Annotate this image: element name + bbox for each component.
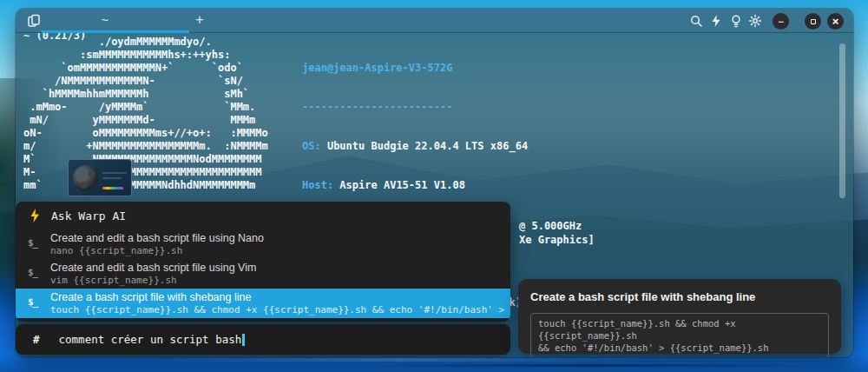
shell-command-icon: $_	[28, 267, 37, 278]
warp-ai-bolt-icon	[30, 209, 41, 223]
shell-command-icon: $_	[28, 237, 37, 249]
wallpaper-water-streak	[156, 358, 642, 362]
thumbnail-text-line	[102, 177, 122, 179]
terminal-window: ~ (0.21/3) ./oydmMMMMMMmdyo/. :smMMMMMMM…	[16, 9, 853, 357]
suggestion-item-vim[interactable]: $_ Create and edit a bash script file us…	[16, 259, 510, 289]
tab-bar: ~ + −	[16, 9, 853, 33]
suggestion-detail-code: touch {{script_name}}.sh && chmod +x {{s…	[530, 313, 829, 357]
suggestion-title: Create and edit a bash script file using…	[50, 232, 510, 245]
scrollbar-thumb[interactable]	[839, 43, 845, 198]
suggestion-command: touch {{script_name}}.sh && chmod +x {{s…	[50, 304, 510, 316]
minimize-button[interactable]: −	[773, 13, 789, 30]
neofetch-info-row: Host: Aspire AV15-51 V1.08	[302, 179, 590, 192]
wallpaper-water-streak-dark	[365, 364, 816, 367]
search-icon[interactable]	[689, 14, 703, 28]
new-tab-button[interactable]: +	[191, 11, 208, 29]
suggestion-detail-panel: Create a bash script file with shebang l…	[518, 279, 841, 354]
tab-home[interactable]: ~	[92, 13, 118, 26]
cpu-line-partial: @ 5.000GHz	[519, 220, 582, 232]
thumbnail-color-bar	[102, 187, 123, 189]
suggestion-item-nano[interactable]: $_ Create and edit a bash script file us…	[16, 229, 510, 259]
neofetch-ascii-logo: ./oydmMMMMMMmdyo/. :smMMMMMMMMMMMhs+:++y…	[23, 36, 268, 192]
lightbulb-icon[interactable]	[729, 14, 743, 28]
suggestion-detail-title: Create a bash script file with shebang l…	[530, 290, 829, 303]
neofetch-user-host: jean@jean-Aspire-V3-572G	[302, 62, 590, 75]
shell-command-icon: $_	[28, 296, 37, 308]
lightning-icon[interactable]	[709, 14, 723, 28]
neofetch-separator: ------------------------	[302, 101, 590, 114]
desktop: ~ (0.21/3) ./oydmMMMMMMmdyo/. :smMMMMMMM…	[0, 0, 868, 372]
suggestion-item-shebang-selected[interactable]: $_ Create a bash script file with sheban…	[16, 289, 510, 318]
command-input-text: comment créer un script bash	[59, 333, 242, 346]
command-input[interactable]: # comment créer un script bash	[16, 324, 510, 355]
ball-graphic	[73, 165, 99, 191]
suggestion-command: nano {{script_name}}.sh	[50, 245, 510, 256]
maximize-button[interactable]	[805, 13, 821, 30]
suggestion-title: Create a bash script file with shebang l…	[50, 291, 510, 304]
inline-image-thumbnail	[68, 159, 132, 196]
suggestion-title: Create and edit a bash script file using…	[50, 262, 510, 275]
text-cursor	[242, 334, 245, 346]
ask-warp-ai-label: Ask Warp AI	[51, 209, 126, 223]
ai-suggestions-panel: Ask Warp AI $_ Create and edit a bash sc…	[16, 202, 510, 322]
bookmarks-icon[interactable]	[26, 13, 42, 29]
settings-gear-icon[interactable]	[748, 14, 762, 28]
gpu-line-partial: Xe Graphics]	[519, 234, 595, 246]
suggestion-command: vim {{script_name}}.sh	[50, 275, 510, 286]
thumbnail-text-line	[102, 172, 127, 174]
active-tab-indicator	[42, 30, 189, 33]
neofetch-info-row: OS: Ubuntu Budgie 22.04.4 LTS x86_64	[302, 140, 590, 153]
prompt-symbol: #	[33, 333, 40, 346]
close-button[interactable]: ×	[827, 13, 844, 30]
maximize-square-glyph	[811, 19, 816, 24]
ask-warp-ai-header[interactable]: Ask Warp AI	[16, 202, 510, 229]
